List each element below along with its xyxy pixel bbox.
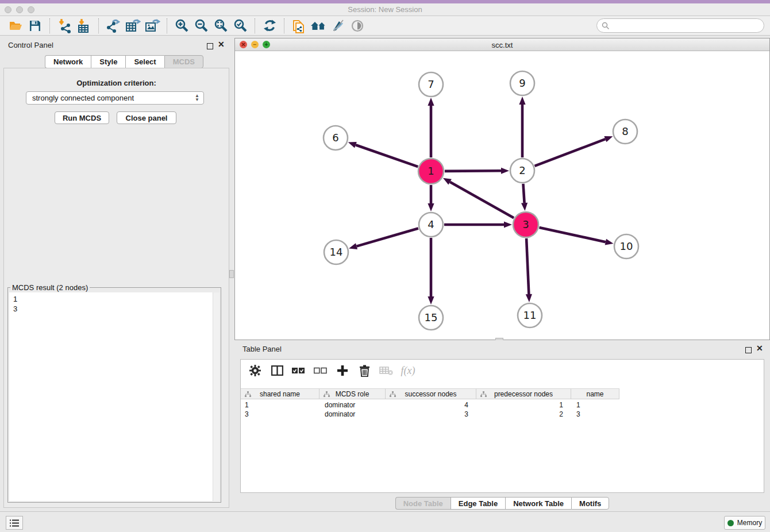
column-header-successor-nodes[interactable]: successor nodes — [386, 388, 476, 399]
mcds-result-text[interactable]: 1 3 — [9, 292, 213, 501]
network-view-window: ✕ − + scc.txt 7968124314101511 — [234, 38, 770, 340]
close-panel-icon[interactable]: ✕ — [218, 41, 225, 48]
criterion-select[interactable]: strongly connected component ▲▼ — [26, 91, 204, 105]
function-builder-button[interactable]: f(x) — [401, 364, 415, 377]
table-row[interactable]: 3 dominator 3 2 3 — [241, 410, 619, 419]
tab-select[interactable]: Select — [125, 55, 164, 68]
toolbar-separator — [255, 18, 255, 33]
edge-arrowhead — [519, 97, 525, 105]
close-panel-icon[interactable]: ✕ — [756, 345, 763, 352]
tab-network-table[interactable]: Network Table — [505, 497, 571, 510]
graph-edge-4-14[interactable] — [357, 228, 418, 246]
checked-boxes-icon — [292, 367, 306, 374]
add-column-button[interactable] — [335, 364, 350, 377]
toolbar-separator — [284, 18, 284, 33]
close-panel-button[interactable]: Close panel — [117, 111, 176, 124]
graph-edge-3-11[interactable] — [526, 238, 529, 294]
control-panel-tabs: Network Style Select MCDS — [45, 55, 203, 68]
edge-arrowhead — [604, 136, 613, 142]
tab-network[interactable]: Network — [45, 55, 91, 68]
control-panel: Control Panel ✕ Network Style Select MCD… — [0, 36, 233, 511]
delete-table-button[interactable] — [379, 364, 394, 377]
gear-icon — [249, 365, 261, 376]
import-network-button[interactable] — [55, 18, 74, 34]
tab-motifs[interactable]: Motifs — [571, 497, 609, 510]
tab-edge-table[interactable]: Edge Table — [451, 497, 505, 510]
memory-button[interactable]: Memory — [724, 516, 765, 530]
apply-style-button[interactable] — [328, 18, 348, 34]
zoom-out-button[interactable] — [191, 18, 211, 34]
cell-mcds-role[interactable]: dominator — [319, 400, 386, 410]
tab-style[interactable]: Style — [91, 55, 125, 68]
graph-edge-3-1[interactable] — [450, 182, 514, 218]
export-image-button[interactable] — [143, 18, 162, 34]
select-all-rows-button[interactable] — [291, 364, 306, 377]
network-graph-canvas[interactable]: 7968124314101511 — [235, 51, 769, 340]
column-header-shared-name[interactable]: shared name — [241, 388, 319, 399]
graph-edge-3-10[interactable] — [539, 228, 605, 242]
graph-edge-2-3[interactable] — [523, 184, 524, 203]
cell-predecessor-nodes[interactable]: 1 — [476, 400, 571, 410]
run-mcds-button[interactable]: Run MCDS — [55, 111, 109, 124]
table-panel-title: Table Panel — [242, 345, 282, 353]
import-table-button[interactable] — [74, 18, 94, 34]
export-table-icon — [125, 18, 141, 33]
edge-arrowhead — [428, 296, 434, 304]
status-bar: Memory — [0, 511, 770, 532]
graph-node-label: 4 — [428, 218, 434, 230]
network-graph: 7968124314101511 — [235, 51, 769, 340]
table-toolbar: f(x) — [241, 360, 764, 381]
graph-edge-2-8[interactable] — [535, 139, 606, 166]
table-options-button[interactable] — [248, 364, 263, 377]
open-session-button[interactable] — [6, 18, 25, 34]
network-window-titlebar[interactable]: ✕ − + scc.txt — [235, 38, 769, 51]
control-panel-title: Control Panel — [8, 41, 53, 49]
graph-node-label: 3 — [522, 218, 529, 230]
refresh-layout-button[interactable] — [260, 18, 279, 34]
column-header-name[interactable]: name — [571, 388, 619, 399]
cell-predecessor-nodes[interactable]: 2 — [476, 410, 571, 419]
tab-mcds[interactable]: MCDS — [164, 55, 203, 68]
show-graphics-details-button[interactable] — [348, 18, 367, 34]
cell-successor-nodes[interactable]: 3 — [386, 410, 476, 419]
panel-splitter-handle[interactable] — [229, 270, 234, 278]
column-header-predecessor-nodes[interactable]: predecessor nodes — [476, 388, 571, 399]
column-header-mcds-role[interactable]: MCDS role — [319, 388, 386, 399]
search-field[interactable] — [596, 18, 764, 33]
float-panel-icon[interactable] — [207, 41, 213, 52]
memory-label: Memory — [737, 519, 762, 527]
mcds-result-scrollbar[interactable] — [213, 292, 220, 501]
duplicate-network-button[interactable] — [289, 18, 309, 34]
zoom-selected-button[interactable] — [230, 18, 250, 34]
graph-edge-1-6[interactable] — [356, 145, 418, 167]
show-column-panel-button[interactable] — [270, 364, 284, 377]
save-session-button[interactable] — [25, 18, 45, 34]
cell-successor-nodes[interactable]: 4 — [386, 400, 476, 410]
zoom-fit-button[interactable] — [211, 18, 230, 34]
import-table-icon — [76, 18, 91, 33]
float-panel-icon[interactable] — [745, 345, 752, 356]
task-history-button[interactable] — [6, 516, 23, 530]
zoom-in-icon — [175, 18, 189, 33]
export-network-button[interactable] — [103, 18, 123, 34]
cell-shared-name[interactable]: 1 — [241, 400, 319, 410]
cell-name[interactable]: 1 — [571, 400, 619, 410]
deselect-all-rows-button[interactable] — [313, 364, 328, 377]
graph-edge-1-2[interactable] — [445, 171, 501, 171]
list-icon — [10, 519, 19, 527]
tab-node-table[interactable]: Node Table — [395, 497, 451, 510]
graph-node-label: 15 — [425, 311, 438, 323]
edge-arrowhead — [504, 221, 512, 228]
cybrowser-home-button[interactable] — [309, 18, 328, 34]
zoom-in-button[interactable] — [172, 18, 191, 34]
export-table-button[interactable] — [123, 18, 143, 34]
plus-icon — [337, 365, 348, 376]
search-input[interactable] — [613, 22, 764, 30]
delete-column-button[interactable] — [357, 364, 372, 377]
control-panel-header: Control Panel ✕ — [0, 36, 233, 54]
cell-shared-name[interactable]: 3 — [241, 410, 319, 419]
cell-mcds-role[interactable]: dominator — [319, 410, 386, 419]
cell-name[interactable]: 3 — [571, 410, 619, 419]
edge-arrowhead — [526, 294, 532, 302]
table-row[interactable]: 1 dominator 4 1 1 — [241, 400, 619, 410]
